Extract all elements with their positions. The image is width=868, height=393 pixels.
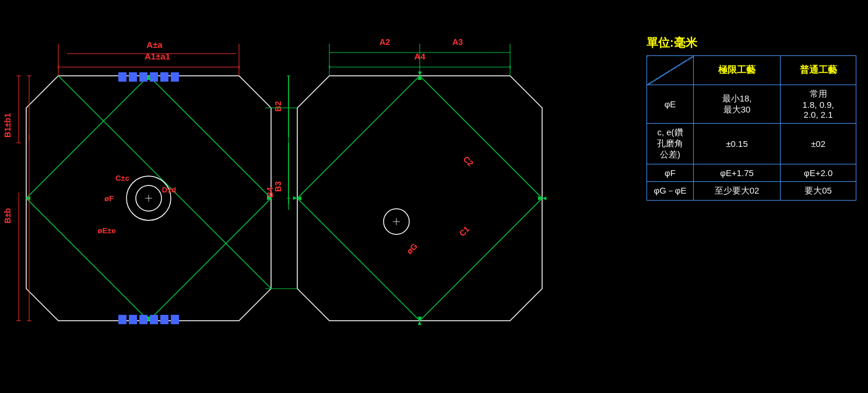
table-header-diagonal [647,56,694,85]
table-row-label: φG－φE [647,182,694,201]
table-cell-val1: 最小18, 最大30 [694,85,781,124]
specs-table: 極限工藝 普通工藝 φE最小18, 最大30常用 1.8, 0.9, 2.0, … [646,55,856,201]
table-col1-header: 極限工藝 [694,56,781,85]
table-col2-header: 普通工藝 [781,56,856,85]
unit-label: 單位:毫米 [646,35,856,51]
table-cell-val1: ±0.15 [694,124,781,164]
table-cell-val1: 至少要大02 [694,182,781,201]
table-cell-val2: ±02 [781,124,856,164]
table-cell-val2: φE+2.0 [781,164,856,182]
table-cell-val2: 常用 1.8, 0.9, 2.0, 2.1 [781,85,856,124]
table-cell-val1: φE+1.75 [694,164,781,182]
table-cell-val2: 要大05 [781,182,856,201]
table-row-label: φE [647,85,694,124]
table-row-label: φF [647,164,694,182]
data-table: 單位:毫米 極限工藝 普通工藝 φE最小18, 最大30常用 1.8, 0.9,… [646,35,856,201]
table-row-label: c, e(鑽孔磨角公差) [647,124,694,164]
